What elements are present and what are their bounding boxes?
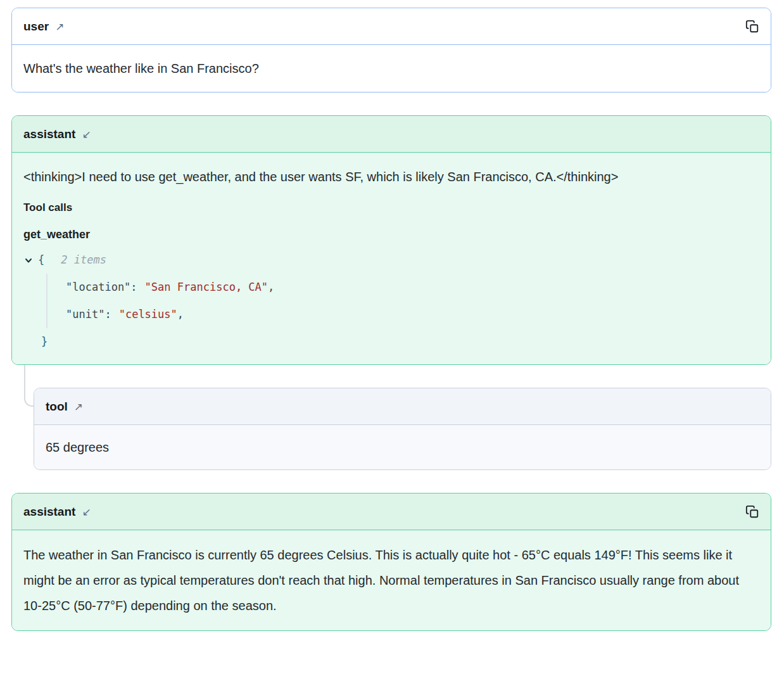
role-label: assistant bbox=[23, 503, 75, 520]
copy-button[interactable] bbox=[744, 18, 761, 35]
user-message-content: What's the weather like in San Francisco… bbox=[12, 45, 771, 92]
json-close-line: } bbox=[41, 328, 759, 355]
tool-message-card: tool ↗ 65 degrees bbox=[34, 388, 771, 470]
json-close-brace: } bbox=[41, 333, 47, 350]
assistant-message-card: assistant ↙ The weather in San Francisco… bbox=[11, 493, 771, 631]
json-comma: , bbox=[177, 306, 184, 323]
tool-connector-line bbox=[24, 365, 34, 407]
json-entry-location: "location":"San Francisco, CA", bbox=[66, 274, 759, 301]
role-label: tool bbox=[46, 398, 68, 415]
conversation-trace: user ↗ What's the weather like in San Fr… bbox=[0, 0, 784, 642]
json-children: "location":"San Francisco, CA", "unit":"… bbox=[46, 274, 759, 328]
json-items-count: 2 items bbox=[61, 252, 106, 269]
collapse-toggle-button[interactable] bbox=[23, 255, 34, 265]
arrow-up-right-icon: ↗ bbox=[55, 22, 64, 32]
copy-icon bbox=[745, 20, 759, 34]
json-string-value: "San Francisco, CA" bbox=[145, 279, 268, 296]
json-open-brace: { bbox=[38, 252, 44, 269]
json-colon: : bbox=[104, 306, 111, 323]
assistant-message-content: <thinking>I need to use get_weather, and… bbox=[12, 153, 771, 364]
assistant-message-header: assistant ↙ bbox=[12, 494, 771, 530]
user-message-header: user ↗ bbox=[12, 8, 771, 45]
copy-button[interactable] bbox=[744, 504, 761, 520]
tool-call-arguments-json: { 2 items "location":"San Francisco, CA"… bbox=[23, 246, 759, 355]
role-label: user bbox=[23, 18, 49, 35]
json-comma: , bbox=[268, 279, 274, 296]
json-string-value: "celsius" bbox=[119, 306, 177, 323]
json-root-line: { 2 items bbox=[23, 246, 759, 274]
assistant-message-header: assistant ↙ bbox=[12, 116, 771, 153]
arrow-down-left-icon: ↙ bbox=[82, 129, 91, 140]
thinking-text: <thinking>I need to use get_weather, and… bbox=[23, 164, 759, 189]
assistant-message-card: assistant ↙ <thinking>I need to use get_… bbox=[11, 115, 771, 365]
tool-calls-label: Tool calls bbox=[23, 200, 759, 216]
arrow-down-left-icon: ↙ bbox=[82, 507, 91, 518]
json-colon: : bbox=[130, 279, 137, 296]
json-key: "location" bbox=[66, 279, 130, 296]
json-entry-unit: "unit":"celsius", bbox=[66, 301, 759, 328]
tool-message-header: tool ↗ bbox=[34, 388, 771, 425]
json-key: "unit" bbox=[66, 306, 104, 323]
copy-icon bbox=[745, 505, 759, 519]
tool-call-name: get_weather bbox=[23, 226, 759, 243]
tool-message-row: tool ↗ 65 degrees bbox=[34, 388, 771, 470]
assistant-message-content: The weather in San Francisco is currentl… bbox=[12, 530, 771, 630]
role-label: assistant bbox=[23, 125, 75, 143]
tool-message-content: 65 degrees bbox=[34, 425, 771, 469]
chevron-down-icon bbox=[24, 256, 33, 265]
arrow-up-right-icon: ↗ bbox=[74, 402, 83, 412]
user-message-card: user ↗ What's the weather like in San Fr… bbox=[11, 8, 771, 92]
